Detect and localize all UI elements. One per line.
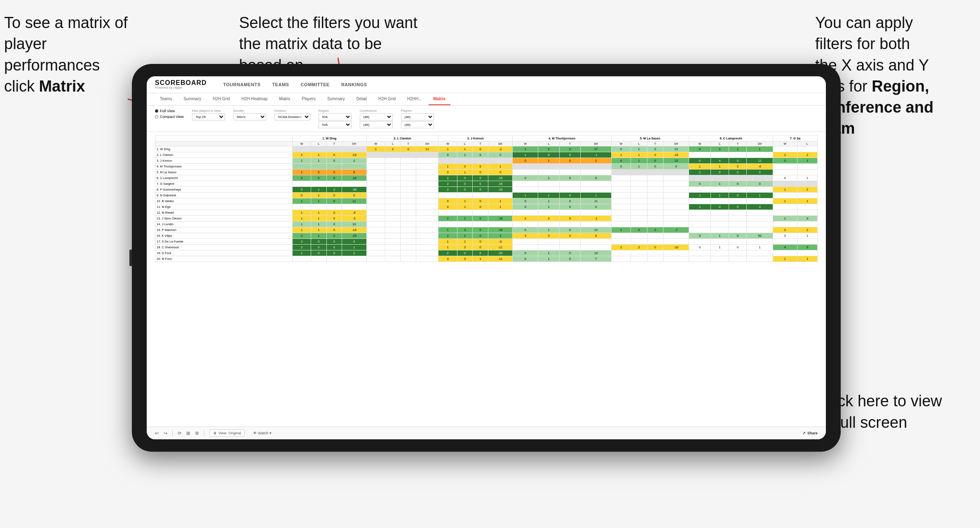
matrix-cell	[385, 158, 401, 164]
matrix-cell: 0	[729, 170, 747, 175]
matrix-cell: 1	[457, 216, 473, 222]
tab-detail[interactable]: Detail	[352, 93, 372, 105]
tab-players[interactable]: Players	[297, 93, 321, 105]
toolbar-refresh-icon[interactable]: ⟳	[178, 431, 181, 436]
radio-compact-view-label: Compact View	[160, 115, 184, 119]
matrix-cell: -25	[342, 233, 366, 239]
nav-teams[interactable]: TEAMS	[272, 82, 289, 87]
filter-max-players-select[interactable]: Top 25	[192, 113, 225, 120]
matrix-cell: 2	[292, 233, 311, 239]
tab-matrix-active[interactable]: Matrix	[429, 93, 450, 105]
matrix-cell	[773, 222, 797, 227]
matrix-cell	[797, 146, 817, 152]
matrix-cell: 2	[326, 187, 342, 193]
ann-tl-line3-prefix: click	[4, 78, 39, 95]
matrix-cell: 0	[773, 158, 797, 164]
filter-players-select-1[interactable]: (All)	[401, 113, 434, 120]
matrix-cell	[401, 187, 416, 193]
tab-summary[interactable]: Summary	[178, 93, 206, 105]
tab-h2h-grid-2[interactable]: H2H Grid	[373, 93, 401, 105]
matrix-cell	[773, 146, 797, 152]
matrix-cell	[513, 239, 538, 245]
matrix-cell: 0	[647, 227, 663, 233]
toolbar-undo-icon[interactable]: ↩	[155, 431, 159, 436]
matrix-cell: 0	[513, 250, 538, 256]
matrix-cell	[711, 216, 729, 222]
toolbar-expand-icon[interactable]: ⊞	[186, 431, 190, 436]
matrix-cell: 1	[438, 146, 457, 152]
filter-players-select-2[interactable]: (All)	[401, 121, 434, 128]
matrix-cell	[711, 152, 729, 158]
toolbar-settings-icon[interactable]: ⚙	[195, 431, 199, 436]
view-original-button[interactable]: 🖥 View: Original	[209, 429, 245, 437]
matrix-cell	[342, 204, 366, 210]
matrix-cell	[438, 193, 457, 198]
tab-matrix-1[interactable]: Matrix	[274, 93, 295, 105]
filter-gender-select[interactable]: Men's	[233, 113, 266, 120]
matrix-cell	[773, 250, 797, 256]
matrix-cell: 1	[292, 170, 311, 175]
tab-h2h-heatmap[interactable]: H2H Heatmap	[237, 93, 272, 105]
annotation-bottom-right: Click here to view in full screen	[819, 391, 976, 433]
matrix-cell: 0	[473, 152, 488, 158]
filter-division-label: Division	[274, 109, 310, 113]
matrix-cell: 0	[611, 146, 631, 152]
matrix-cell: 50	[747, 233, 773, 239]
filter-conference-label: Conference	[360, 109, 393, 113]
table-row: 19. D Ford1002200-2001013	[155, 250, 818, 256]
nav-committee[interactable]: COMMITTEE	[300, 82, 330, 87]
matrix-cell	[663, 256, 689, 262]
filter-conference-select-1[interactable]: (All)	[360, 113, 393, 120]
tab-h2h-grid[interactable]: H2H Grid	[208, 93, 235, 105]
tab-summary-2[interactable]: Summary	[322, 93, 350, 105]
radio-full-view[interactable]: Full View	[155, 109, 184, 113]
matrix-cell: 2	[773, 227, 797, 233]
matrix-cell	[385, 187, 401, 193]
matrix-cell	[711, 222, 729, 227]
matrix-cell	[747, 222, 773, 227]
matrix-cell: 2	[438, 187, 457, 193]
tab-h2hh[interactable]: H2HH...	[402, 93, 427, 105]
filter-region-select-2[interactable]: N/A	[319, 121, 352, 128]
filter-region-select-1[interactable]: N/A	[319, 113, 352, 120]
toolbar-redo-icon[interactable]: ↪	[164, 431, 167, 436]
matrix-cell: 1	[538, 227, 559, 233]
nav-tournaments[interactable]: TOURNAMENTS	[223, 82, 261, 87]
matrix-cell: 0	[513, 204, 538, 210]
share-button[interactable]: ↗ Share	[802, 431, 818, 435]
matrix-cell	[631, 187, 647, 193]
matrix-cell	[689, 198, 711, 204]
table-row: 13. J Skov Olesen110-3210-19220-113	[155, 216, 818, 222]
nav-rankings[interactable]: RANKINGS	[341, 82, 367, 87]
filter-division-select[interactable]: NCAA Division I	[274, 113, 310, 120]
radio-compact-view[interactable]: Compact View	[155, 115, 184, 119]
ann-tr-l1: You can apply	[815, 14, 913, 31]
matrix-cell	[385, 216, 401, 222]
matrix-cell	[611, 175, 631, 181]
filter-conference-select-2[interactable]: (All)	[360, 121, 393, 128]
matrix-cell	[747, 227, 773, 233]
matrix-cell	[326, 256, 342, 262]
toolbar-watch-icon[interactable]: 👁 Watch ▾	[253, 431, 271, 435]
toolbar-sep-1	[172, 430, 173, 436]
matrix-cell	[647, 233, 663, 239]
matrix-cell	[416, 239, 438, 245]
sh-l7: L	[797, 141, 817, 146]
matrix-cell: 0	[513, 256, 538, 262]
matrix-cell: 0	[773, 175, 797, 181]
matrix-cell	[559, 239, 580, 245]
matrix-cell: 0	[689, 181, 711, 187]
matrix-cell: 1	[711, 193, 729, 198]
matrix-cell	[631, 170, 647, 175]
tab-teams[interactable]: Teams	[155, 93, 177, 105]
matrix-cell	[401, 175, 416, 181]
sh-w4: W	[513, 141, 538, 146]
matrix-cell	[401, 181, 416, 187]
matrix-cell: 1	[631, 146, 647, 152]
table-row: 3. J Koivun11020102010130401101	[155, 158, 818, 164]
sh-w5: W	[611, 141, 631, 146]
matrix-cell: 3	[538, 233, 559, 239]
matrix-cell	[663, 198, 689, 204]
matrix-cell	[747, 256, 773, 262]
player-name-cell: 1. W Ding	[155, 146, 293, 152]
